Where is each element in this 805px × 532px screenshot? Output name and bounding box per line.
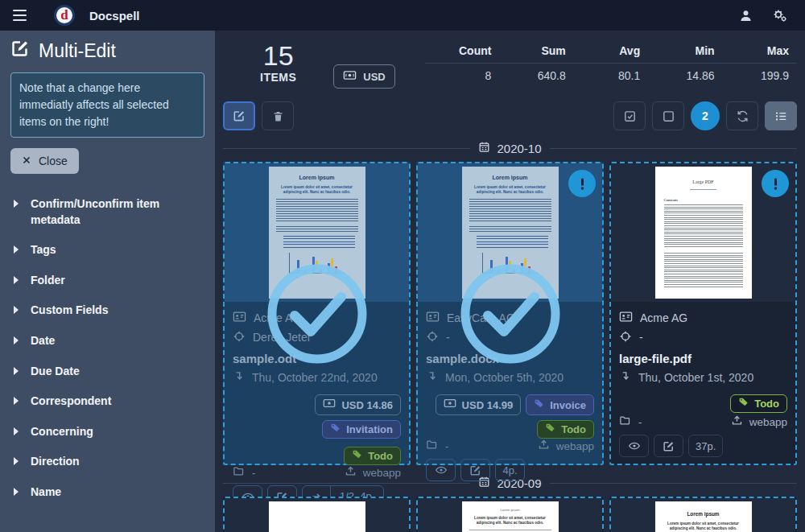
tag-icon (352, 449, 362, 463)
thumb-bar-chart (289, 253, 345, 274)
address-card-icon (619, 310, 633, 326)
folder-value: - (445, 440, 449, 452)
caret-right-icon (14, 457, 19, 465)
pages-button[interactable]: 4p. (495, 459, 525, 481)
correspondent-name: Acme AG (640, 311, 687, 324)
crosshair-icon (426, 330, 439, 345)
accordion-item-folder[interactable]: Folder (10, 266, 204, 295)
list-view-button[interactable] (765, 101, 797, 130)
month-separator: 2020-10 (223, 141, 797, 155)
delete-selected-button[interactable] (262, 101, 294, 130)
pages-label: 4p. (502, 464, 517, 476)
accordion-item-tags[interactable]: Tags (10, 236, 204, 265)
thumb-bar-chart (482, 253, 538, 274)
source-value: webapp (363, 467, 401, 479)
accordion-item-concerning[interactable]: Concerning (10, 418, 204, 447)
tag-label: Todo (368, 449, 393, 463)
thumb-subtitle: Lorem ipsum dolor sit amet, consectetur … (469, 185, 551, 195)
item-meta: EasyCare AG - sample.docx Mon, October 5… (418, 302, 602, 488)
edit-options-accordion: Confirm/Unconfirm item metadata Tags Fol… (10, 190, 204, 507)
money-bill-icon (444, 397, 456, 413)
item-name[interactable]: large-file.pdf (619, 352, 787, 365)
pages-label: 37p. (696, 440, 716, 452)
logo-letter: d (60, 7, 68, 23)
document-thumbnail: Lorem ipsum Lorem ipsum dolor sit amet, … (655, 501, 752, 532)
edit-selected-button[interactable] (223, 101, 255, 130)
card-actions: 37p. (619, 435, 787, 464)
refresh-button[interactable] (726, 101, 758, 130)
accordion-label: Concerning (31, 424, 93, 440)
correspondent-row: EasyCare AG (426, 310, 594, 326)
caret-right-icon (14, 427, 19, 435)
correspondent-name: Acme AG (254, 311, 301, 324)
currency-label: USD (363, 71, 385, 83)
accordion-item-custom-fields[interactable]: Custom Fields (10, 296, 204, 325)
deselect-all-button[interactable] (652, 101, 684, 130)
preview-eye-button[interactable] (619, 435, 649, 457)
tag-label: Todo (561, 423, 586, 436)
preview-eye-button[interactable] (426, 459, 456, 481)
edit-item-button[interactable] (460, 459, 490, 481)
settings-gears-icon[interactable] (772, 8, 787, 23)
document-preview: Lorem ipsum Lorem ipsum dolor sit amet, … (225, 163, 409, 302)
item-name[interactable]: sample.odt (233, 352, 401, 365)
stats-header-avg: Avg (574, 39, 648, 63)
accordion-item-due-date[interactable]: Due Date (10, 357, 204, 386)
accordion-label: Folder (31, 273, 65, 289)
multi-edit-note: Note that a change here immediatly affec… (10, 72, 204, 138)
item-card-partial[interactable]: Lorem ipsum Lorem ipsum dolor sit amet, … (609, 497, 797, 532)
close-button[interactable]: Close (10, 148, 79, 174)
upload-icon (345, 465, 357, 480)
stats-value-avg: 80.1 (574, 64, 648, 88)
document-thumbnail: Lorem ipsum Lorem ipsum dolor sit amet, … (462, 501, 559, 532)
item-card-sample-odt[interactable]: Lorem ipsum Lorem ipsum dolor sit amet, … (223, 162, 411, 465)
items-list-area: 15 ITEMS USD Count Sum Avg Min Max 8 (215, 31, 805, 532)
accordion-label: Name (31, 485, 61, 501)
item-card-partial[interactable]: Keywords in PDF (223, 497, 411, 532)
caret-right-icon (14, 245, 19, 254)
item-card-partial[interactable]: Lorem ipsum Lorem ipsum dolor sit amet, … (416, 497, 604, 532)
concerning-name: - (639, 331, 643, 344)
accordion-item-confirm-metadata[interactable]: Confirm/Unconfirm item metadata (10, 190, 204, 234)
thumb-subtitle: Lorem ipsum dolor sit amet, consectetur … (469, 516, 551, 526)
accordion-item-correspondent[interactable]: Correspondent (10, 387, 204, 416)
document-thumbnail: Keywords in PDF (269, 501, 365, 532)
item-card-sample-docx[interactable]: Lorem ipsum Lorem ipsum dolor sit amet, … (416, 162, 604, 465)
accordion-item-date[interactable]: Date (10, 327, 204, 356)
stats-table: Count Sum Avg Min Max 8 640.8 80.1 14.86… (425, 39, 797, 89)
correspondent-row: Acme AG (233, 310, 401, 326)
items-count: 15 (260, 42, 296, 71)
upload-icon (731, 414, 743, 429)
pages-button[interactable]: 37p. (688, 435, 723, 457)
toolbar: 2 (223, 101, 797, 130)
tag-badge-invitation: Invitation (322, 420, 401, 439)
edit-pencil-icon (10, 39, 30, 63)
item-meta: Acme AG Derek Jeter sample.odt Thu, Octo… (225, 302, 409, 514)
tag-icon (738, 397, 749, 410)
warning-exclamation-icon (762, 170, 789, 197)
caret-right-icon (14, 276, 19, 284)
document-thumbnail: Lorem ipsum Lorem ipsum dolor sit amet, … (269, 167, 365, 299)
caret-right-icon (14, 200, 19, 208)
accordion-item-name[interactable]: Name (10, 478, 204, 507)
stats-value-min: 14.86 (648, 64, 722, 88)
summary-header: 15 ITEMS USD Count Sum Avg Min Max 8 (223, 37, 797, 89)
select-all-button[interactable] (613, 101, 646, 130)
accordion-label: Direction (31, 454, 80, 470)
accordion-item-direction[interactable]: Direction (10, 447, 204, 476)
topbar: d Docspell (0, 0, 805, 31)
edit-item-button[interactable] (654, 435, 683, 457)
item-name[interactable]: sample.docx (426, 352, 594, 365)
badges-row-2: Todo (233, 447, 401, 465)
accordion-label: Custom Fields (31, 303, 108, 319)
item-card-large-file-pdf[interactable]: Large PDF Contents Acme AG - (609, 162, 797, 465)
concerning-name: - (446, 331, 450, 344)
item-date: Thu, October 1st, 2020 (638, 371, 753, 384)
user-icon[interactable] (739, 9, 753, 23)
menu-icon[interactable] (13, 10, 27, 22)
concerning-name: Derek Jeter (253, 331, 311, 344)
card-actions: 4p. (426, 459, 594, 488)
thumb-title: Lorem ipsum (276, 175, 358, 180)
app-name[interactable]: Docspell (89, 9, 140, 23)
address-card-icon (426, 310, 440, 326)
